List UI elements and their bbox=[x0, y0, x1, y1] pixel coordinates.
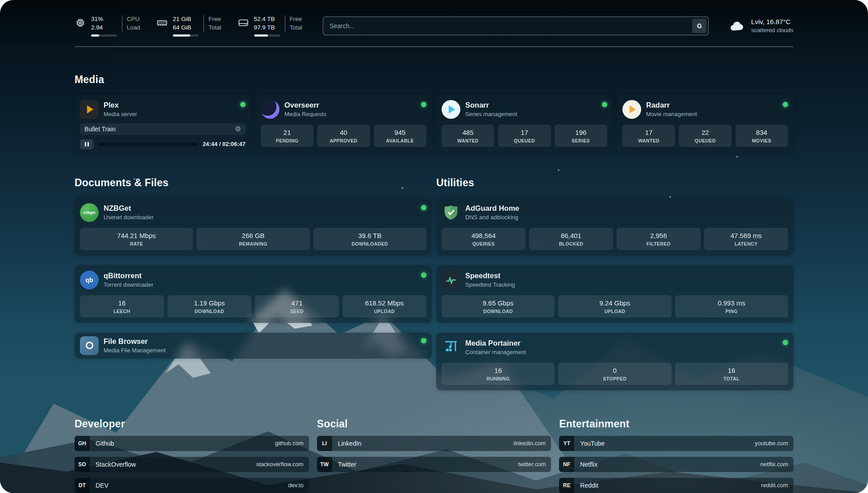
bookmark-twitter[interactable]: TW Twitter twitter.com bbox=[317, 457, 551, 472]
memory-label-2: Total bbox=[209, 24, 221, 32]
plex-icon bbox=[80, 100, 99, 119]
qbittorrent-icon-text: qb bbox=[85, 276, 93, 284]
status-dot bbox=[421, 338, 426, 343]
service-card-portainer[interactable]: Media Portainer Container management 16R… bbox=[436, 333, 793, 390]
service-card-nzbget[interactable]: nzbget NZBGet Usenet downloader 744.21 M… bbox=[75, 198, 432, 255]
stat-movies: 834MOVIES bbox=[735, 125, 788, 147]
dashboard-window: 31% 2.94 CPU Load 21 GiB bbox=[0, 0, 868, 493]
cpu-metric: 31% 2.94 CPU Load bbox=[75, 15, 140, 37]
memory-values: 21 GiB 64 GiB bbox=[173, 15, 199, 37]
disk-values: 52.4 TB 97.9 TB bbox=[254, 15, 280, 37]
stat-running: 16RUNNING bbox=[442, 363, 555, 385]
bookmark-reddit[interactable]: RE Reddit reddit.com bbox=[559, 478, 793, 493]
stat-wanted: 485WANTED bbox=[442, 125, 494, 147]
stat-series: 196SERIES bbox=[555, 125, 607, 147]
service-subtitle: Usenet downloader bbox=[104, 214, 154, 221]
stat-upload: 9.24 GbpsUPLOAD bbox=[558, 295, 671, 318]
disk-labels: Free Total bbox=[285, 15, 303, 32]
stat-filtered: 2,956FILTERED bbox=[617, 228, 701, 250]
service-subtitle: Media Requests bbox=[284, 111, 326, 117]
stat-downloaded: 39.6 TBDOWNLOADED bbox=[313, 228, 426, 250]
service-subtitle: DNS and adblocking bbox=[465, 214, 519, 221]
playback-time: 24:44 / 02:06:47 bbox=[203, 141, 246, 147]
status-dot bbox=[421, 272, 426, 278]
service-card-sonarr[interactable]: Sonarr Series management 485WANTED 17QUE… bbox=[436, 95, 613, 155]
stat-rate: 744.21 MbpsRATE bbox=[80, 228, 193, 250]
service-subtitle: Movie management bbox=[646, 111, 697, 117]
status-dot bbox=[421, 102, 426, 107]
bookmark-stackoverflow[interactable]: SO StackOverflow stackoverflow.com bbox=[75, 457, 309, 472]
search-input[interactable] bbox=[323, 17, 709, 35]
radarr-icon bbox=[622, 100, 641, 119]
service-card-adguard[interactable]: AdGuard Home DNS and adblocking 498,564Q… bbox=[436, 198, 793, 255]
playback-progress-track[interactable] bbox=[98, 142, 198, 146]
bookmark-youtube[interactable]: YT YouTube youtube.com bbox=[559, 436, 793, 451]
status-dot bbox=[602, 102, 607, 107]
service-title: Plex bbox=[104, 101, 137, 109]
linkedin-icon: LI bbox=[317, 436, 332, 451]
youtube-icon: YT bbox=[559, 436, 574, 451]
service-title: qBittorrent bbox=[104, 272, 153, 280]
disk-progress-fill bbox=[254, 34, 268, 37]
section-title-entertainment: Entertainment bbox=[559, 418, 793, 430]
service-card-qbittorrent[interactable]: qb qBittorrent Torrent downloader 16LEEC… bbox=[75, 265, 432, 323]
stat-wanted: 17WANTED bbox=[622, 125, 675, 147]
gear-icon[interactable]: ⚙ bbox=[235, 125, 241, 133]
stat-download: 9.65 GbpsDOWNLOAD bbox=[442, 295, 555, 318]
weather-location: Lviv, 16.87°C bbox=[751, 18, 793, 25]
service-title: Speedtest bbox=[465, 272, 515, 280]
stat-queries: 498,564QUERIES bbox=[442, 228, 526, 250]
service-card-plex[interactable]: Plex Media server Bullet Train ⚙ 24:44 /… bbox=[75, 95, 251, 155]
pause-button[interactable] bbox=[80, 139, 93, 149]
stats-row: 744.21 MbpsRATE 266 GBREMAINING 39.6 TBD… bbox=[80, 228, 426, 250]
bookmark-github[interactable]: GH Github github.com bbox=[75, 436, 309, 451]
service-subtitle: Media File Management bbox=[104, 347, 166, 354]
service-title: Media Portainer bbox=[465, 339, 526, 347]
weather-widget: Lviv, 16.87°C scattered clouds bbox=[729, 18, 793, 33]
bookmark-dev[interactable]: DT DEV dev.to bbox=[75, 478, 309, 493]
service-title: Sonarr bbox=[465, 101, 517, 109]
stat-queued: 17QUEUED bbox=[498, 125, 551, 147]
stats-row: 16RUNNING 0STOPPED 16TOTAL bbox=[442, 363, 788, 385]
stat-ping: 0.993 msPING bbox=[675, 295, 788, 318]
reddit-icon: RE bbox=[559, 478, 574, 493]
cpu-label-1: CPU bbox=[127, 15, 140, 24]
search-engine-button[interactable]: G bbox=[692, 19, 706, 33]
header-divider bbox=[75, 46, 793, 47]
service-subtitle: Container management bbox=[465, 349, 526, 355]
cpu-progress-fill bbox=[91, 34, 99, 37]
media-grid: Plex Media server Bullet Train ⚙ 24:44 /… bbox=[75, 95, 793, 155]
memory-labels: Free Total bbox=[204, 15, 221, 32]
service-title: File Browser bbox=[104, 337, 166, 346]
service-subtitle: Series management bbox=[465, 111, 517, 117]
cloud-icon bbox=[729, 19, 745, 33]
service-card-speedtest[interactable]: Speedtest Speedtest Tracking 9.65 GbpsDO… bbox=[436, 265, 793, 323]
cpu-label-2: Load bbox=[127, 24, 140, 32]
stat-total: 16TOTAL bbox=[675, 363, 788, 385]
service-subtitle: Torrent downloader bbox=[104, 281, 153, 288]
disk-label-2: Total bbox=[290, 24, 303, 32]
portainer-crane-icon bbox=[442, 338, 460, 357]
stat-remaining: 266 GBREMAINING bbox=[196, 228, 309, 250]
status-dot bbox=[783, 340, 788, 345]
stats-row: 21PENDING 40APPROVED 945AVAILABLE bbox=[261, 125, 426, 147]
qbittorrent-icon: qb bbox=[80, 271, 99, 289]
section-title-media: Media bbox=[75, 74, 793, 86]
service-title: NZBGet bbox=[104, 204, 154, 213]
service-card-filebrowser[interactable]: File Browser Media File Management bbox=[75, 333, 432, 359]
stat-leech: 16LEECH bbox=[80, 295, 164, 318]
memory-free: 21 GiB bbox=[173, 15, 199, 24]
stat-latency: 47.569 msLATENCY bbox=[704, 228, 788, 250]
section-developer: Developer GH Github github.com SO StackO… bbox=[75, 418, 309, 493]
stat-pending: 21PENDING bbox=[261, 125, 313, 147]
stats-row: 485WANTED 17QUEUED 196SERIES bbox=[442, 125, 607, 147]
bookmark-linkedin[interactable]: LI LinkedIn linkedin.com bbox=[317, 436, 551, 451]
sonarr-icon bbox=[442, 100, 460, 119]
section-title-documents: Documents & Files bbox=[75, 177, 432, 189]
service-card-radarr[interactable]: Radarr Movie management 17WANTED 22QUEUE… bbox=[617, 95, 793, 155]
service-card-overseerr[interactable]: Overseerr Media Requests 21PENDING 40APP… bbox=[255, 95, 432, 155]
system-metrics: 31% 2.94 CPU Load 21 GiB bbox=[75, 15, 302, 37]
search-container: G bbox=[323, 17, 709, 35]
service-subtitle: Speedtest Tracking bbox=[465, 281, 515, 288]
bookmark-netflix[interactable]: NF Netflix netflix.com bbox=[559, 457, 793, 472]
